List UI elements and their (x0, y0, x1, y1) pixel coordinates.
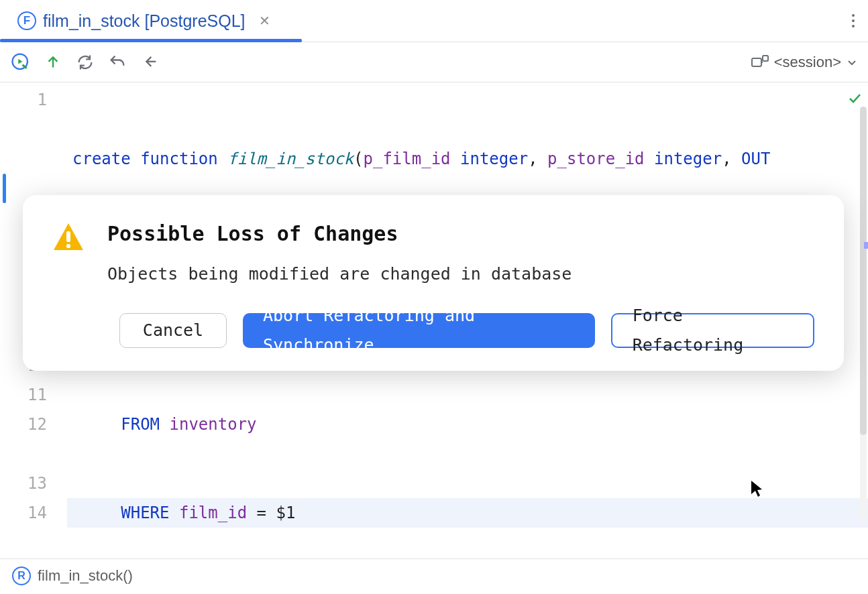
warning-icon (52, 222, 85, 261)
code-editor[interactable]: 1 6 7 8 9 10 11 12 13 14 create function… (0, 82, 868, 558)
more-options-icon[interactable] (852, 14, 855, 27)
code-line: FROM inventory (67, 410, 868, 439)
svg-rect-4 (66, 244, 70, 248)
commit-up-icon[interactable] (43, 52, 63, 72)
session-label: <session> (774, 54, 841, 71)
function-badge-icon: F (17, 11, 36, 30)
abort-refactoring-button[interactable]: Abort Refactoring and Synchronize (243, 313, 595, 348)
file-tab[interactable]: F film_in_stock [PostgreSQL] ✕ (0, 0, 288, 42)
line-number: 13 (0, 469, 47, 498)
cancel-button[interactable]: Cancel (119, 313, 227, 348)
change-marker (3, 174, 6, 203)
status-bar: R film_in_stock() (0, 558, 868, 592)
dialog-message: Objects being modified are changed in da… (107, 259, 572, 289)
active-tab-indicator (0, 39, 302, 42)
editor-toolbar: <session> (0, 42, 868, 82)
line-number: 1 (0, 85, 47, 115)
breadcrumb-label[interactable]: film_in_stock() (38, 567, 133, 585)
line-number: 11 (0, 380, 47, 410)
line-number: 14 (0, 498, 47, 528)
svg-rect-1 (752, 58, 761, 66)
dialog-title: Possible Loss of Changes (107, 219, 572, 249)
code-line: WHERE film_id = $1 (67, 498, 868, 528)
line-number: 12 (0, 410, 47, 439)
step-icon[interactable] (140, 52, 160, 72)
routine-badge-icon: R (12, 567, 31, 585)
file-tab-title: film_in_stock [PostgreSQL] (43, 11, 246, 31)
code-line: create function film_in_stock(p_film_id … (67, 144, 868, 174)
close-tab-icon[interactable]: ✕ (259, 13, 270, 29)
svg-rect-3 (66, 231, 70, 242)
scrollbar-thumb[interactable] (860, 107, 867, 435)
chevron-down-icon (847, 57, 857, 68)
run-icon[interactable] (11, 52, 31, 72)
error-stripe-mark[interactable] (864, 242, 868, 249)
svg-rect-2 (763, 56, 768, 61)
warning-dialog: Possible Loss of Changes Objects being m… (23, 195, 844, 371)
session-selector[interactable]: <session> (751, 54, 857, 71)
refresh-icon[interactable] (75, 52, 95, 72)
editor-tabbar: F film_in_stock [PostgreSQL] ✕ (0, 0, 868, 42)
undo-icon[interactable] (107, 52, 127, 72)
force-refactoring-button[interactable]: Force Refactoring (611, 313, 814, 348)
